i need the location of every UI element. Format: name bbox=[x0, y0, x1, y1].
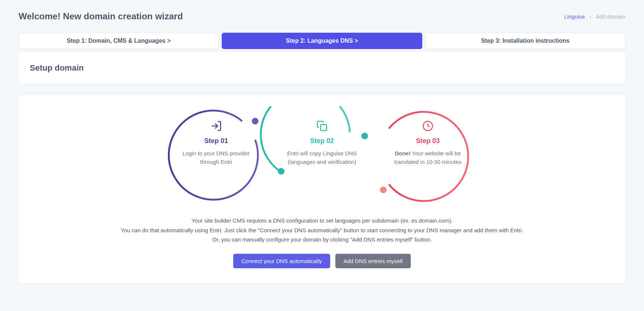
copy-icon bbox=[281, 119, 363, 133]
tab-step-2[interactable]: Step 2: Languages DNS > bbox=[222, 33, 422, 49]
diagram-step-2-desc: Entri will copy Linguise DNS (languages … bbox=[281, 149, 363, 166]
add-dns-myself-button[interactable]: Add DNS entries myself bbox=[335, 254, 411, 268]
diagram-step-1-desc: Login to your DNS provider through Entri bbox=[175, 149, 257, 166]
page-title: Welcome! New domain creation wizard bbox=[19, 11, 183, 22]
diagram-step-3-label: Step 03 bbox=[387, 137, 469, 145]
diagram-step-2-label: Step 02 bbox=[281, 137, 363, 145]
wizard-tabs: Step 1: Domain, CMS & Languages > Step 2… bbox=[19, 33, 625, 49]
description-text: Your site builder CMS requires a DNS con… bbox=[99, 216, 545, 244]
svg-point-3 bbox=[380, 187, 387, 193]
svg-rect-5 bbox=[321, 124, 326, 130]
tab-step-3[interactable]: Step 3: Installation instructions bbox=[425, 33, 625, 49]
login-icon bbox=[175, 119, 257, 133]
connect-dns-button[interactable]: Connect your DNS automatically bbox=[233, 254, 330, 268]
content-panel: Step 01 Login to your DNS provider throu… bbox=[19, 95, 625, 283]
setup-domain-panel: Setup domain bbox=[19, 52, 625, 84]
breadcrumb-current: Add domain bbox=[596, 13, 625, 20]
tab-step-1[interactable]: Step 1: Domain, CMS & Languages > bbox=[19, 33, 219, 49]
breadcrumb: Linguise › Add domain bbox=[564, 13, 625, 20]
panel-title: Setup domain bbox=[30, 63, 614, 73]
breadcrumb-root-link[interactable]: Linguise bbox=[564, 13, 585, 20]
diagram-step-3-desc: Done! Your website will be translated in… bbox=[387, 149, 469, 166]
chevron-right-icon: › bbox=[589, 13, 591, 20]
svg-point-2 bbox=[278, 168, 284, 175]
steps-diagram: Step 01 Login to your DNS provider throu… bbox=[168, 106, 476, 207]
clock-icon bbox=[387, 119, 469, 133]
diagram-step-1-label: Step 01 bbox=[175, 137, 257, 145]
